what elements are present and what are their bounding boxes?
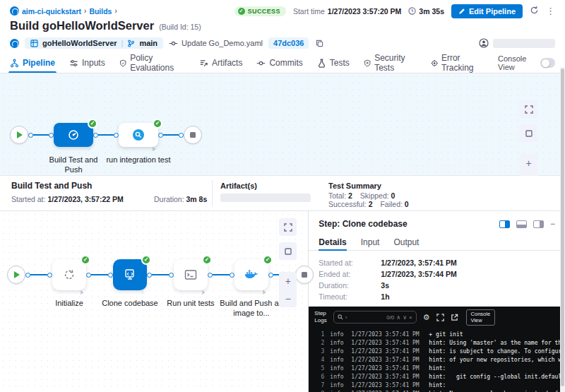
stage-node-build-test-and-push[interactable]: ✓	[54, 123, 93, 147]
search-close-button[interactable]: ×	[409, 314, 412, 321]
fullscreen-icon	[436, 314, 444, 321]
tab-tests-label: Tests	[330, 58, 350, 68]
tests-skipped-label: Skipped:	[360, 191, 389, 200]
tab-output[interactable]: Output	[393, 234, 419, 250]
node-anchor-icon	[201, 285, 206, 289]
minimize-panel-button[interactable]: −	[550, 220, 555, 228]
log-fullscreen-button[interactable]	[436, 314, 444, 321]
tab-policy-evaluations[interactable]: Policy Evaluations	[119, 53, 185, 73]
external-link-icon	[451, 314, 458, 321]
node-anchor-icon	[87, 141, 91, 145]
node-anchor-icon	[80, 285, 84, 289]
tests-successful-value: 2	[369, 200, 373, 208]
repo-branch-chip[interactable]: goHelloWorldServer | main	[25, 37, 163, 49]
tab-error-tracking[interactable]: Error Tracking	[431, 53, 484, 73]
canvas-fullscreen-button[interactable]	[279, 218, 297, 236]
step-graph-start-node[interactable]	[7, 266, 25, 284]
repo-name[interactable]: goHelloWorldServer	[42, 39, 117, 47]
log-line: 1info1/27/2023 3:57:41 PM+ git init	[309, 331, 565, 339]
log-settings-button[interactable]: ⚙	[423, 314, 430, 321]
status-badge: ✓ SUCCESS	[234, 6, 286, 16]
step-panel-title: Step: Clone codebase	[319, 219, 407, 229]
fit-view-icon	[525, 129, 533, 138]
play-icon	[17, 131, 23, 138]
search-prev-button[interactable]: ∧	[396, 314, 400, 321]
stage-graph-end-node[interactable]	[184, 126, 202, 144]
commit-icon	[169, 40, 178, 47]
stage-graph-start-node[interactable]	[10, 126, 28, 144]
stage-node-label[interactable]: Build Test and Push	[40, 155, 107, 175]
stage-node-run-integration-test[interactable]: ✓	[119, 123, 158, 147]
edit-pipeline-button[interactable]: Edit Pipeline	[451, 4, 523, 18]
stage-node-label[interactable]: run integration test	[105, 155, 172, 165]
commit-message[interactable]: Update Go_Demo.yaml	[169, 39, 263, 47]
tab-inputs[interactable]: Inputs	[69, 53, 105, 73]
search-next-button[interactable]: ∨	[403, 314, 407, 321]
tests-total-label: Total:	[328, 191, 346, 200]
stage-started-value: 1/27/2023, 3:57:22 PM	[47, 195, 123, 203]
stage-graph-canvas[interactable]: ✓ Build Test and Push ✓ run integration …	[0, 73, 565, 176]
log-search-input[interactable]: › 0/0 ∧ ∨ ×	[333, 311, 417, 323]
breadcrumb-project-link[interactable]: aim-ci-quickstart	[22, 7, 81, 16]
step-log-console[interactable]: StepLogs › 0/0 ∧ ∨ × ⚙ ConsoleView 1info…	[309, 307, 565, 392]
tab-pipeline-label: Pipeline	[23, 58, 55, 68]
copy-sha-button[interactable]	[314, 38, 324, 48]
tests-successful-label: Successful:	[328, 200, 367, 208]
log-line: 5info1/27/2023 3:57:41 PMhint:	[309, 364, 565, 373]
page-title: Build goHelloWorldServer	[10, 19, 154, 32]
step-graph-canvas[interactable]: ✓ Initialize ✓ Clone codebase ✓	[0, 211, 308, 392]
search-caret: ›	[345, 314, 347, 321]
canvas-fullscreen-button[interactable]	[520, 100, 537, 118]
harness-logo-icon	[10, 6, 19, 16]
tab-artifacts-label: Artifacts	[212, 58, 242, 68]
layout-bottom-icon[interactable]	[516, 220, 527, 228]
tab-tests[interactable]: Tests	[317, 53, 350, 73]
breadcrumb: aim-ci-quickstart › Builds ›	[10, 6, 117, 16]
log-open-external-button[interactable]	[451, 314, 458, 321]
step-node-run-unit-tests[interactable]: ✓	[174, 259, 208, 290]
log-lines[interactable]: 1info1/27/2023 3:57:41 PM+ git init 2inf…	[309, 328, 565, 392]
test-summary-title: Test Summary	[328, 182, 415, 190]
timeout-label: Timeout:	[319, 292, 381, 301]
tab-input[interactable]: Input	[361, 234, 380, 250]
node-anchor-icon	[262, 285, 266, 289]
scrollbar-thumb[interactable]	[561, 69, 564, 386]
more-options-button[interactable]: ⋮	[546, 6, 555, 16]
breadcrumb-builds-link[interactable]: Builds	[89, 7, 112, 16]
step-node-label[interactable]: Clone codebase	[96, 298, 164, 308]
tab-security-tests[interactable]: Security Tests	[364, 53, 417, 73]
tab-pipeline[interactable]: Pipeline	[10, 53, 55, 73]
commit-sha-link[interactable]: 47dc036	[268, 37, 309, 49]
canvas-fit-view-button[interactable]	[279, 242, 297, 260]
stop-icon	[302, 272, 307, 278]
commit-message-text[interactable]: Update Go_Demo.yaml	[182, 39, 263, 47]
canvas-fit-view-button[interactable]	[520, 124, 537, 142]
step-node-initialize[interactable]: ✓	[52, 259, 86, 290]
layout-right-icon[interactable]	[533, 220, 544, 228]
tab-commits[interactable]: Commits	[256, 53, 302, 73]
tab-inputs-label: Inputs	[82, 58, 105, 68]
console-view-toggle[interactable]	[540, 58, 555, 68]
step-graph-end-node[interactable]	[295, 266, 314, 284]
layout-split-right-icon[interactable]	[499, 220, 510, 228]
started-at-value: 1/27/2023, 3:57:41 PM	[381, 259, 456, 267]
branch-name[interactable]: main	[139, 39, 157, 47]
step-logs-title: StepLogs	[314, 310, 326, 324]
elapsed-time: 3m 35s	[408, 7, 444, 16]
tab-artifacts[interactable]: Artifacts	[199, 53, 242, 73]
refresh-icon	[530, 6, 539, 15]
page-scrollbar[interactable]	[560, 67, 565, 392]
step-node-label[interactable]: Build and Push an image to...	[218, 298, 285, 319]
refresh-button[interactable]	[530, 6, 539, 17]
console-view-button[interactable]: ConsoleView	[466, 309, 496, 326]
step-node-build-and-push[interactable]: ✓	[234, 259, 268, 290]
step-node-label[interactable]: Initialize	[35, 298, 103, 308]
step-node-clone-codebase[interactable]: ✓	[113, 259, 147, 290]
zoom-in-button[interactable]: +	[279, 272, 297, 290]
zoom-in-button[interactable]: +	[520, 154, 537, 172]
artifacts-label: Artifact(s)	[220, 182, 311, 190]
zoom-out-button[interactable]: −	[279, 290, 297, 307]
step-node-label[interactable]: Run unit tests	[157, 298, 225, 308]
clock-icon	[408, 7, 416, 15]
tab-details[interactable]: Details	[319, 234, 346, 250]
